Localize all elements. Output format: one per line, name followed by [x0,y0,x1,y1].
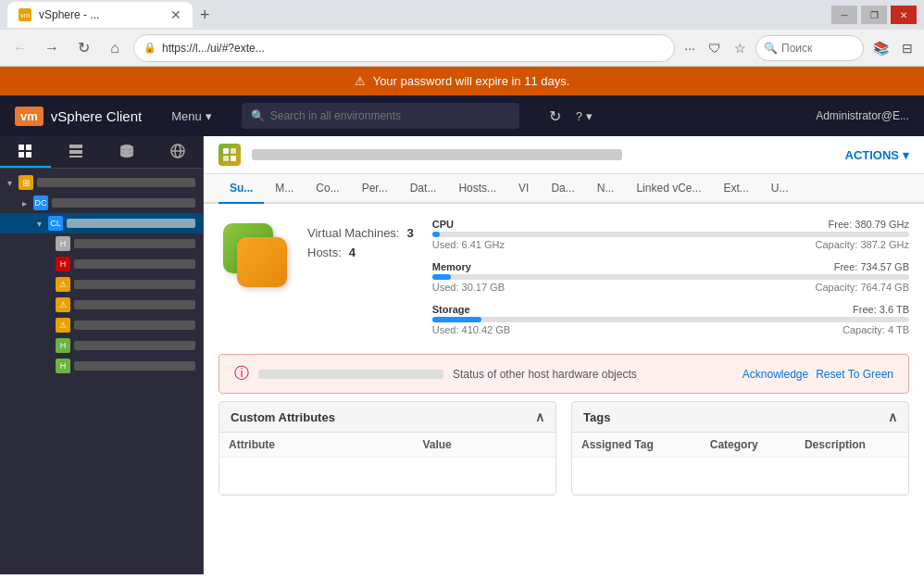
browser-chrome: vm vSphere - ... ✕ + ─ ❐ ✕ ← → ↻ ⌂ 🔒 htt… [0,0,924,67]
sidebar-tab-global[interactable] [152,136,203,168]
tree-item-6[interactable]: ⚠ [0,295,203,315]
stat-value-vms: 3 [406,226,413,240]
tree-icon-4: H [56,257,70,271]
resource-cpu: CPU Free: 380.79 GHz Used: 6.41 GHz Capa… [432,219,909,250]
tree-item-9[interactable]: H [0,356,203,376]
tree-item-4[interactable]: H [0,254,203,274]
resource-cpu-used: Used: 6.41 GHz [432,239,505,250]
browser-home-button[interactable]: ⌂ [102,35,128,61]
alert-warning-icon: ⓘ [234,364,249,384]
tags-table: Assigned Tag Category Description [572,433,908,495]
browser-reload-button[interactable]: ↻ [70,35,96,61]
tab-hosts[interactable]: Hosts... [447,174,507,204]
browser-new-tab-button[interactable]: + [193,6,218,25]
svg-rect-13 [223,156,229,161]
vsphere-help[interactable]: ? ▾ [576,109,593,123]
browser-toolbar-right: ··· 🛡 ☆ 🔍 📚 ⊟ [681,35,917,61]
custom-attributes-collapse[interactable]: ∧ [535,409,544,424]
reset-to-green-button[interactable]: Reset To Green [816,368,893,381]
resource-storage-bar-fill [432,317,481,322]
content-actions[interactable]: ACTIONS ▾ [845,148,910,162]
tab-vi[interactable]: VI [507,174,540,204]
browser-tab-close[interactable]: ✕ [170,7,181,22]
resource-cpu-capacity: Capacity: 387.2 GHz [816,239,910,250]
vsphere-menu[interactable]: Menu ▾ [171,109,212,123]
svg-rect-4 [69,145,82,148]
tags-col-assigned: Assigned Tag [572,433,701,458]
browser-forward-button[interactable]: → [39,35,65,61]
svg-rect-12 [231,148,236,154]
tree-item-0[interactable]: ▾ ⊞ [0,172,203,193]
stat-row-vms: Virtual Machines: 3 [307,226,414,240]
browser-star-button[interactable]: ☆ [730,37,750,59]
tree-label-3 [74,239,195,248]
browser-search-input[interactable] [781,42,855,55]
svg-rect-5 [69,150,82,154]
vsphere-header: vm vSphere Client Menu ▾ 🔍 ↻ ? ▾ Adminis… [0,95,924,136]
window-minimize-button[interactable]: ─ [831,6,857,24]
info-stats: Virtual Machines: 3 Hosts: 4 [307,219,414,259]
browser-sidebar-button[interactable]: ⊟ [898,37,917,59]
browser-shield-button[interactable]: 🛡 [705,37,725,59]
tab-n[interactable]: N... [586,174,626,204]
resource-storage-bar-bg [432,317,909,322]
content-tabs: Su... M... Co... Per... Dat... Hosts... … [204,174,924,204]
resource-memory-bar-bg [432,274,909,280]
window-controls: ─ ❐ ✕ [831,6,917,24]
tab-u[interactable]: U... [760,174,800,204]
tab-summary[interactable]: Su... [219,174,264,204]
sidebar-tab-navigator[interactable] [0,136,51,168]
bottom-panels: Custom Attributes ∧ Attribute Value [219,401,909,496]
tags-header: Tags ∧ [572,402,908,433]
content-header: ACTIONS ▾ [204,136,924,174]
browser-lock-icon: 🔒 [144,42,156,54]
tab-configure[interactable]: Co... [305,174,350,204]
vsphere-logo-vm: vm [15,107,44,126]
resource-memory-free: Free: 734.57 GB [834,261,909,272]
browser-tab-favicon: vm [19,8,31,21]
vsphere-search-icon: 🔍 [251,109,265,122]
sidebar-tab-recent[interactable] [51,136,102,168]
browser-tab[interactable]: vm vSphere - ... ✕ [7,2,193,28]
vcenter-icon-bg2 [237,237,287,287]
tab-da[interactable]: Da... [540,174,585,204]
tree-item-2[interactable]: ▾ CL [0,213,203,233]
tree-icon-8: H [56,338,70,353]
custom-attributes-title: Custom Attributes [231,410,335,424]
tree-item-1[interactable]: ▸ DC [0,193,203,213]
tree-item-8[interactable]: H [0,335,203,356]
browser-searchbar[interactable]: 🔍 [755,35,864,61]
vsphere-search-input[interactable] [270,109,510,122]
browser-back-button[interactable]: ← [7,35,33,61]
resource-storage-name: Storage [432,304,470,315]
vsphere-refresh-button[interactable]: ↻ [549,107,561,125]
acknowledge-button[interactable]: Acknowledge [743,368,808,381]
browser-toolbar: ← → ↻ ⌂ 🔒 https://l.../ui/#?exte... ··· … [0,30,924,67]
info-left: Virtual Machines: 3 Hosts: 4 [219,219,414,346]
browser-addressbar[interactable]: 🔒 https://l.../ui/#?exte... [133,34,675,62]
tags-collapse[interactable]: ∧ [888,409,897,424]
tab-ext[interactable]: Ext... [712,174,759,204]
custom-attributes-table: Attribute Value [219,433,556,495]
browser-library-button[interactable]: 📚 [869,37,893,59]
tags-title: Tags [583,410,610,424]
resource-cpu-header: CPU Free: 380.79 GHz [432,219,909,230]
tab-linked-vce[interactable]: Linked vCe... [625,174,712,204]
tab-datastores[interactable]: Dat... [399,174,448,204]
vsphere-help-icon: ? [576,109,582,123]
tab-monitor[interactable]: M... [264,174,305,204]
window-close-button[interactable]: ✕ [891,6,917,24]
window-restore-button[interactable]: ❐ [861,6,887,24]
sidebar-tab-storage[interactable] [102,136,153,168]
vsphere-search[interactable]: 🔍 [242,103,519,129]
password-warning-icon: ⚠ [355,74,366,88]
resource-cpu-name: CPU [432,219,454,230]
tree-item-7[interactable]: ⚠ [0,315,203,335]
content-area: ACTIONS ▾ Su... M... Co... Per... Dat...… [204,136,924,574]
tree-icon-9: H [56,359,70,373]
tab-permissions[interactable]: Per... [351,174,399,204]
tree-item-5[interactable]: ⚠ [0,274,203,295]
tree-icon-6: ⚠ [56,297,70,312]
tree-item-3[interactable]: H [0,233,203,254]
browser-more-button[interactable]: ··· [681,37,699,59]
